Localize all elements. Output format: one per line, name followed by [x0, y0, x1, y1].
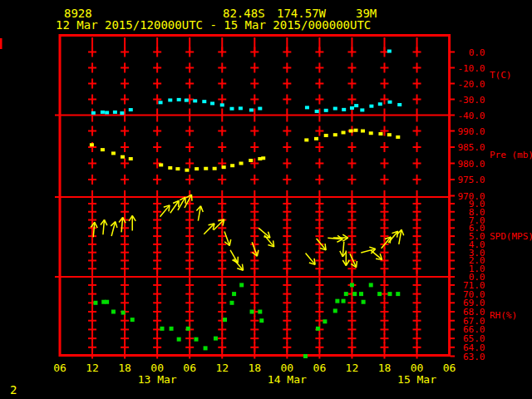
x-hour-label: 18 [248, 362, 261, 374]
humidity-point [160, 327, 165, 331]
temperature-point [113, 111, 117, 114]
x-date-label: 14 Mar [268, 373, 307, 386]
pressure-point [333, 133, 337, 136]
humidity-point [250, 310, 254, 314]
humidity-point [204, 346, 208, 350]
temperature-point [159, 101, 163, 104]
temperature-point [101, 111, 105, 114]
pressure-point [129, 157, 133, 160]
y-tick-label: -30.0 [457, 95, 485, 106]
x-hour-label: 00 [411, 362, 424, 374]
pressure-point [324, 134, 328, 137]
temperature-point [239, 106, 243, 110]
pressure-point [222, 165, 226, 169]
temperature-point [305, 106, 309, 109]
temperature-point [388, 101, 392, 104]
pressure-point [378, 132, 382, 135]
y-tick-label: -10.0 [457, 63, 485, 74]
y-tick-label: -40.0 [457, 111, 485, 121]
axis-label: SPD(MPS) [490, 231, 532, 242]
humidity-point [333, 308, 337, 313]
wind-arrow [228, 249, 241, 265]
temperature-point [315, 110, 319, 113]
pressure-point [195, 167, 199, 170]
wind-arrow [100, 219, 108, 235]
wind-arrow [328, 234, 343, 243]
y-tick-label: 63.0 [463, 352, 485, 362]
humidity-point [121, 311, 126, 315]
y-tick-label: 985.0 [457, 142, 485, 153]
temperature-point [324, 109, 328, 112]
y-tick-label: 980.0 [457, 159, 485, 170]
wind-arrow [129, 215, 135, 230]
pressure-point [239, 162, 244, 165]
wind-arrow [257, 225, 273, 240]
pressure-point [111, 151, 116, 155]
pressure-point [349, 130, 353, 133]
temperature-point [249, 108, 254, 111]
temperature-point [397, 103, 401, 106]
temperature-point [193, 99, 197, 102]
pressure-point [261, 156, 265, 160]
x-hour-label: 18 [118, 362, 131, 374]
temperature-point [387, 50, 392, 53]
humidity-point [186, 327, 190, 331]
humidity-point [369, 283, 373, 287]
temperature-point [350, 106, 354, 110]
humidity-point [352, 292, 357, 296]
humidity-point [344, 292, 348, 296]
humidity-point [214, 337, 218, 341]
pressure-point [230, 164, 234, 167]
pressure-point [213, 167, 217, 170]
y-tick-label: 0.0 [469, 47, 485, 58]
humidity-point [105, 300, 109, 304]
edge-artifact [0, 38, 2, 49]
humidity-point [388, 292, 392, 296]
x-hour-label: 12 [215, 362, 229, 374]
pressure-point [314, 137, 318, 140]
pressure-point [354, 129, 358, 132]
pressure-point [249, 159, 253, 162]
humidity-point [177, 337, 181, 342]
pressure-point [396, 135, 400, 139]
humidity-point [258, 310, 262, 314]
pressure-point [369, 131, 373, 135]
temperature-point [105, 111, 109, 114]
temperature-point [378, 102, 382, 106]
temperature-point [185, 99, 189, 102]
humidity-point [359, 292, 363, 296]
humidity-point [239, 283, 244, 287]
temperature-point [360, 108, 364, 111]
temperature-point [168, 98, 172, 101]
humidity-point [195, 337, 199, 342]
pressure-point [342, 131, 346, 134]
x-hour-label: 06 [53, 362, 66, 374]
temperature-point [354, 104, 358, 107]
x-hour-label: 00 [281, 362, 294, 374]
axis-label: RH(%) [490, 310, 517, 321]
humidity-point [111, 310, 116, 314]
humidity-point [350, 283, 354, 287]
pressure-point [90, 143, 94, 146]
humidity-point [131, 318, 135, 322]
x-date-label: 13 Mar [138, 373, 177, 386]
humidity-point [93, 301, 97, 305]
temperature-point [220, 103, 224, 106]
pressure-point [121, 155, 125, 159]
axis-label: T(C) [490, 70, 512, 81]
temperature-point [333, 107, 337, 111]
humidity-point [335, 299, 339, 303]
humidity-point [303, 354, 308, 358]
x-date-label: 15 Mar [397, 373, 436, 386]
temperature-point [210, 101, 214, 105]
pressure-point [175, 167, 180, 170]
pressure-point [101, 148, 105, 151]
humidity-point [396, 292, 400, 296]
y-tick-label: 990.0 [457, 126, 485, 137]
wind-arrow [195, 205, 204, 221]
humidity-point [323, 319, 327, 323]
x-hour-label: 00 [150, 362, 164, 374]
axis-label: Pre (mb) [490, 150, 532, 160]
meteogram-chart: 0.0-10.0-20.0-30.0-40.0T(C)990.0985.0980… [0, 0, 532, 399]
pressure-point [159, 163, 163, 166]
